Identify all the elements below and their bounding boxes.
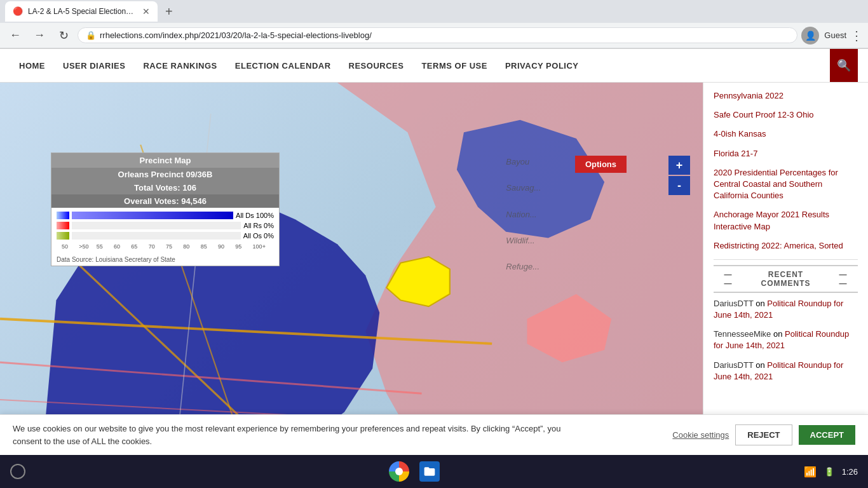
comment-2: TennesseeMike on Political Roundup for J… <box>714 329 858 351</box>
browser-menu-button[interactable]: ⋮ <box>850 28 863 43</box>
battery-icon: 🔋 <box>824 467 834 477</box>
cookie-settings-button[interactable]: Cookie settings <box>672 430 729 440</box>
popup-bars: All Ds 100% All Rs 0% All Os 0% <box>51 208 279 255</box>
forward-button[interactable]: → <box>29 25 50 46</box>
site-header: HOME USER DIARIES RACE RANKINGS ELECTION… <box>0 49 868 83</box>
options-button[interactable]: Options <box>575 156 627 173</box>
files-icon[interactable] <box>419 461 440 482</box>
dem-bar <box>72 212 233 219</box>
sidebar-link-kansas[interactable]: 4-0ish Kansas <box>714 128 858 140</box>
sidebar-link-redistricting[interactable]: Redistricting 2022: America, Sorted <box>714 240 858 252</box>
nav-privacy[interactable]: PRIVACY POLICY <box>496 49 588 82</box>
taskbar-center <box>389 461 440 482</box>
popup-overall-votes: Overall Votes: 94,546 <box>51 194 279 208</box>
nav-terms[interactable]: TERMS OF USE <box>412 49 496 82</box>
bar-row-o: All Os 0% <box>57 232 274 240</box>
recent-comments-title: — — RECENT COMMENTS — — <box>714 265 858 293</box>
active-tab[interactable]: 🔴 LA-2 & LA-5 Special Elections Li... ✕ <box>5 1 158 22</box>
popup-total-votes: Total Votes: 106 <box>51 181 279 194</box>
profile-avatar[interactable]: 👤 <box>801 27 819 44</box>
nav-user-diaries[interactable]: USER DIARIES <box>54 49 134 82</box>
map-background <box>0 83 703 456</box>
taskbar-left <box>10 464 25 479</box>
accept-button[interactable]: ACCEPT <box>799 425 855 445</box>
rep-bar <box>72 222 241 229</box>
dem-color-swatch <box>57 212 69 219</box>
tab-favicon: 🔴 <box>13 6 23 17</box>
nav-menu: HOME USER DIARIES RACE RANKINGS ELECTION… <box>10 49 858 82</box>
dem-label: All Ds 100% <box>236 212 274 219</box>
comment-1: DariusDTT on Political Roundup for June … <box>714 298 858 321</box>
profile-label: Guest <box>824 30 846 40</box>
lock-icon: 🔒 <box>86 30 96 40</box>
sidebar-link-pa2022[interactable]: Pennsylvania 2022 <box>714 90 858 102</box>
sidebar-link-ca-pres[interactable]: 2020 Presidential Percentages for Centra… <box>714 167 858 202</box>
popup-title: Precinct Map <box>51 153 279 168</box>
bar-scale: 50>50556065707580859095100+ <box>57 242 274 251</box>
sidebar-link-ohio[interactable]: Safe Court Proof 12-3 Ohio <box>714 109 858 121</box>
comment-1-author: DariusDTT <box>714 299 754 308</box>
tab-close-button[interactable]: ✕ <box>142 6 150 17</box>
chrome-icon[interactable] <box>389 461 409 482</box>
sidebar-link-florida[interactable]: Florida 21-7 <box>714 148 858 159</box>
other-bar <box>72 232 241 240</box>
tab-bar: 🔴 LA-2 & LA-5 Special Elections Li... ✕ … <box>0 0 868 23</box>
reject-button[interactable]: REJECT <box>735 424 792 445</box>
other-label: All Os 0% <box>243 232 274 240</box>
nav-election-calendar[interactable]: ELECTION CALENDAR <box>226 49 340 82</box>
nav-race-rankings[interactable]: RACE RANKINGS <box>134 49 226 82</box>
comment-3-on: on <box>756 360 767 370</box>
back-button[interactable]: ← <box>5 25 25 46</box>
taskbar-right: 📶 🔋 1:26 <box>804 466 858 478</box>
nav-resources[interactable]: RESOURCES <box>340 49 413 82</box>
map-container: Bayou Sauvag... Nation... Wildlif... Ref… <box>0 83 703 456</box>
main-content: Bayou Sauvag... Nation... Wildlif... Ref… <box>0 83 868 456</box>
sidebar-divider <box>714 259 858 260</box>
comment-2-on: on <box>773 329 785 339</box>
popup-precinct: Orleans Precinct 09/36B <box>51 168 279 181</box>
nav-home[interactable]: HOME <box>10 49 54 82</box>
wifi-icon: 📶 <box>804 466 817 478</box>
new-tab-button[interactable]: + <box>160 4 178 19</box>
zoom-in-button[interactable]: + <box>668 156 690 175</box>
precinct-popup: Precinct Map Orleans Precinct 09/36B Tot… <box>51 152 280 266</box>
other-color-swatch <box>57 232 69 240</box>
popup-footer: Data Source: Louisiana Secretary of Stat… <box>51 255 279 266</box>
cookie-buttons: Cookie settings REJECT ACCEPT <box>672 424 855 445</box>
tab-title: LA-2 & LA-5 Special Elections Li... <box>28 7 137 16</box>
rep-label: All Rs 0% <box>243 222 274 229</box>
comment-3: DariusDTT on Political Roundup for June … <box>714 360 858 383</box>
time-display: 1:26 <box>842 467 858 477</box>
sidebar: Pennsylvania 2022 Safe Court Proof 12-3 … <box>703 83 868 456</box>
search-button[interactable]: 🔍 <box>830 49 858 82</box>
comment-2-author: TennesseeMike <box>714 329 771 339</box>
bar-row-r: All Rs 0% <box>57 222 274 229</box>
comment-1-on: on <box>756 299 767 308</box>
zoom-controls: + - <box>668 156 690 196</box>
bar-row-d: All Ds 100% <box>57 212 274 219</box>
rep-color-swatch <box>57 222 69 229</box>
reload-button[interactable]: ↻ <box>53 25 74 46</box>
cookie-text: We use cookies on our website to give yo… <box>13 423 585 447</box>
address-text: rrhelections.com/index.php/2021/03/20/la… <box>100 30 789 40</box>
taskbar: 📶 🔋 1:26 <box>0 455 868 488</box>
cookie-banner: We use cookies on our website to give yo… <box>0 414 868 455</box>
map-area[interactable]: Bayou Sauvag... Nation... Wildlif... Ref… <box>0 83 703 456</box>
sidebar-link-anchorage[interactable]: Anchorage Mayor 2021 Results Interactive… <box>714 209 858 232</box>
address-bar[interactable]: 🔒 rrhelections.com/index.php/2021/03/20/… <box>78 27 797 43</box>
taskbar-power-icon <box>10 464 25 479</box>
zoom-out-button[interactable]: - <box>668 176 690 195</box>
comment-3-author: DariusDTT <box>714 360 754 370</box>
profile-icon: 👤 <box>805 30 816 41</box>
browser-nav-bar: ← → ↻ 🔒 rrhelections.com/index.php/2021/… <box>0 23 868 48</box>
